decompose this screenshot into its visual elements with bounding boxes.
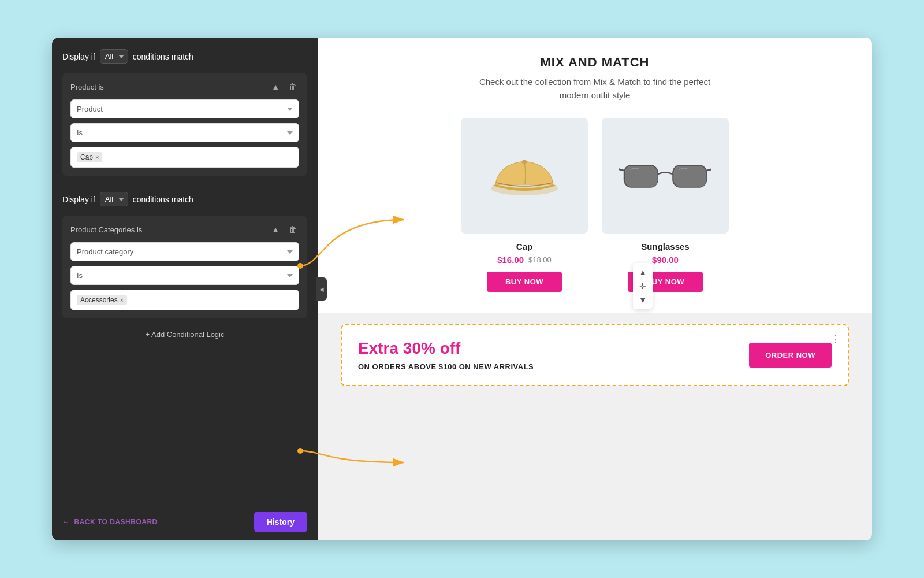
cap-tag-remove[interactable]: × [95,154,99,161]
product-select-1[interactable]: Product [70,99,299,118]
main-container: Display if All conditions match Product … [52,38,872,540]
order-now-button[interactable]: ORDER NOW [749,343,832,368]
svg-rect-5 [674,166,706,187]
condition-title-1: Product is [70,83,104,91]
display-if-row-1: Display if All conditions match [62,49,307,64]
promo-menu-icon[interactable]: ⋮ [830,332,841,345]
cap-product-name: Cap [461,242,588,251]
cap-image-box [461,118,588,234]
all-select-1[interactable]: All [100,49,128,64]
cap-image [487,138,562,213]
promo-section: Extra 30% off ON ORDERS ABOVE $100 ON NE… [318,313,872,540]
cap-tag-label: Cap [80,153,93,161]
conditions-match-label-1: conditions match [133,52,193,61]
sunglasses-prices: $90.00 [602,255,729,265]
promo-text-area: Extra 30% off ON ORDERS ABOVE $100 ON NE… [358,339,534,371]
back-arrow-icon: ← [62,518,70,526]
delete-btn-2[interactable]: 🗑 [286,224,299,235]
svg-point-1 [522,160,527,164]
all-select-2[interactable]: All [100,192,128,206]
collapse-panel-tab[interactable]: ◀ [316,277,327,301]
condition-block-1: Product is ▲ 🗑 Product Is Cap × [62,73,307,176]
add-conditional-logic[interactable]: + Add Conditional Logic [62,323,307,346]
move-up-icon[interactable]: ▲ [638,266,648,278]
promo-subtitle: ON ORDERS ABOVE $100 ON NEW ARRIVALS [358,362,534,371]
history-button[interactable]: History [254,512,307,532]
svg-rect-3 [625,166,658,187]
right-panel: MIX AND MATCH Check out the collection f… [318,38,872,540]
condition-title-2: Product Categories is [70,225,142,234]
promo-card: Extra 30% off ON ORDERS ABOVE $100 ON NE… [341,324,849,386]
collapse-btn-1[interactable]: ▲ [269,81,282,92]
move-down-icon[interactable]: ▼ [638,294,648,306]
display-if-label-2: Display if [62,195,95,204]
promo-title: Extra 30% off [358,339,534,358]
delete-btn-1[interactable]: 🗑 [286,81,299,92]
condition-header-2: Product Categories is ▲ 🗑 [70,224,299,235]
condition-block-2: Product Categories is ▲ 🗑 Product catego… [62,216,307,318]
product-card-cap: Cap $16.00 $18.00 BUY NOW [461,118,588,292]
is-select-1[interactable]: Is [70,123,299,142]
conditions-match-label-2: conditions match [133,195,193,204]
accessories-tag-remove[interactable]: × [120,297,124,303]
collapse-btn-2[interactable]: ▲ [269,224,282,235]
mix-match-title: MIX AND MATCH [341,55,849,70]
cap-buy-now-button[interactable]: BUY NOW [487,272,562,292]
products-row: Cap $16.00 $18.00 BUY NOW [341,118,849,292]
mix-match-subtitle: Check out the collection from Mix & Matc… [341,76,849,102]
back-to-dashboard-button[interactable]: ← BACK TO DASHBOARD [62,518,158,526]
product-category-select[interactable]: Product category [70,242,299,261]
tag-field-2[interactable]: Accessories × [70,290,299,310]
float-controls: ▲ ✛ ▼ [633,263,653,309]
cap-price-new: $16.00 [497,255,524,265]
display-if-row-2: Display if All conditions match [62,192,307,206]
sunglasses-image-box [602,118,729,234]
condition-actions-1: ▲ 🗑 [269,81,299,92]
sunglasses-product-name: Sunglasses [602,242,729,251]
cap-tag: Cap × [77,152,102,162]
left-panel: Display if All conditions match Product … [52,38,318,540]
is-select-2[interactable]: Is [70,266,299,285]
mix-match-section: MIX AND MATCH Check out the collection f… [318,38,872,313]
sunglasses-price-new: $90.00 [652,255,679,265]
panel-scroll: Display if All conditions match Product … [52,38,318,503]
condition-header-1: Product is ▲ 🗑 [70,81,299,92]
condition-actions-2: ▲ 🗑 [269,224,299,235]
cap-price-old: $18.00 [528,255,552,264]
bottom-bar: ← BACK TO DASHBOARD History [52,503,318,540]
accessories-tag-label: Accessories [80,296,118,304]
product-card-sunglasses: Sunglasses $90.00 BUY NOW [602,118,729,292]
accessories-tag: Accessories × [77,295,127,305]
cap-prices: $16.00 $18.00 [461,255,588,265]
move-all-icon[interactable]: ✛ [638,280,648,292]
display-if-label-1: Display if [62,52,95,61]
back-dashboard-label: BACK TO DASHBOARD [74,518,158,526]
sunglasses-image [619,147,711,205]
tag-field-1[interactable]: Cap × [70,147,299,168]
